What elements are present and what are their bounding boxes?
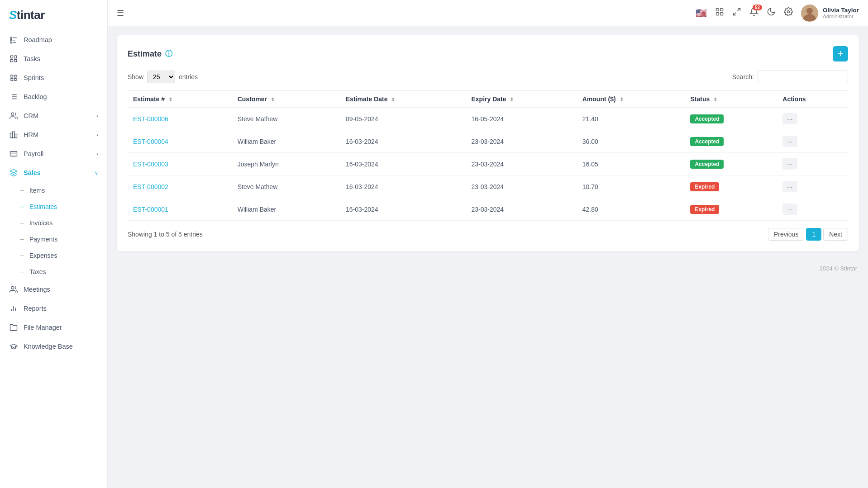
page-title: Estimate (128, 49, 162, 59)
row-actions-button[interactable]: ··· (782, 181, 797, 192)
estimate-link[interactable]: EST-000001 (133, 206, 168, 213)
estimate-link[interactable]: EST-000006 (133, 115, 168, 123)
avatar-image (801, 5, 818, 22)
sort-estimate-number-icon: ⬍ (168, 97, 172, 102)
previous-button[interactable]: Previous (768, 228, 804, 241)
row-actions-button[interactable]: ··· (782, 158, 797, 170)
logo-text: Stintar (9, 8, 45, 22)
svg-point-23 (787, 11, 789, 13)
backlog-icon (9, 92, 18, 101)
sales-chevron-icon: ∨ (95, 170, 98, 176)
cell-status: Accepted (685, 153, 777, 175)
reports-icon (9, 304, 18, 313)
apps-grid-icon[interactable] (715, 7, 724, 19)
sidebar-subitem-invoices[interactable]: – Invoices (0, 215, 107, 231)
sidebar-item-reports-label: Reports (24, 305, 47, 312)
info-icon[interactable]: ⓘ (165, 49, 172, 59)
showing-text: Showing 1 to 5 of 5 entries (128, 231, 203, 238)
next-button[interactable]: Next (823, 228, 848, 241)
sidebar-item-backlog[interactable]: Backlog (0, 87, 107, 106)
svg-rect-19 (716, 13, 719, 15)
col-estimate-date-label: Estimate Date (346, 95, 388, 103)
col-expiry-date[interactable]: Expiry Date ⬍ (466, 91, 577, 108)
sidebar-item-sprints-label: Sprints (24, 74, 44, 81)
sidebar-item-sales[interactable]: Sales ∨ (0, 163, 107, 182)
cell-status: Expired (685, 175, 777, 198)
sidebar-subitem-expenses[interactable]: – Expenses (0, 247, 107, 264)
search-box: Search: (732, 71, 848, 83)
fullscreen-icon[interactable] (732, 7, 741, 19)
settings-icon[interactable] (784, 7, 793, 19)
cell-estimate-date: 16-03-2024 (340, 153, 466, 175)
cell-status: Accepted (685, 130, 777, 153)
sidebar-item-payroll-label: Payroll (24, 150, 43, 157)
search-input[interactable] (758, 71, 848, 83)
svg-rect-8 (10, 60, 13, 62)
language-flag-icon[interactable]: 🇺🇸 (696, 8, 707, 19)
sidebar-item-reports[interactable]: Reports (0, 299, 107, 318)
main-area: ☰ 🇺🇸 52 (108, 0, 868, 488)
estimate-link[interactable]: EST-000003 (133, 161, 168, 168)
items-dash-icon: – (20, 186, 24, 194)
cell-estimate-date: 16-03-2024 (340, 175, 466, 198)
search-label: Search: (732, 73, 754, 81)
estimate-link[interactable]: EST-000002 (133, 183, 168, 190)
sidebar-item-crm[interactable]: CRM › (0, 106, 107, 125)
col-amount[interactable]: Amount ($) ⬍ (577, 91, 685, 108)
svg-rect-7 (14, 56, 17, 58)
col-estimate-number[interactable]: Estimate # ⬍ (128, 91, 232, 108)
col-customer[interactable]: Customer ⬍ (232, 91, 340, 108)
menu-toggle-icon[interactable]: ☰ (117, 8, 124, 18)
sidebar-subitem-estimates-label: Estimates (29, 203, 57, 210)
card-header: Estimate ⓘ + (128, 46, 848, 62)
hrm-chevron-icon: › (96, 132, 98, 137)
cell-expiry-date: 23-03-2024 (466, 198, 577, 221)
svg-rect-9 (14, 60, 17, 62)
page-1-button[interactable]: 1 (806, 228, 821, 241)
svg-line-22 (733, 13, 736, 15)
user-role: Administrator (823, 14, 859, 19)
cell-customer: Steve Mathew (232, 175, 340, 198)
sidebar-item-tasks[interactable]: Tasks (0, 49, 107, 68)
sidebar-item-meetings[interactable]: Meetings (0, 280, 107, 299)
estimates-dash-icon: – (20, 203, 24, 211)
sidebar-subitem-items[interactable]: – Items (0, 182, 107, 199)
sidebar-item-crm-label: CRM (24, 112, 38, 119)
sidebar-item-hrm[interactable]: HRM › (0, 125, 107, 144)
file-manager-icon (9, 323, 18, 332)
sidebar-item-sprints[interactable]: Sprints (0, 68, 107, 87)
footer: 2024 © Stintar (117, 265, 859, 272)
cell-expiry-date: 16-05-2024 (466, 108, 577, 130)
sidebar-subitem-taxes[interactable]: – Taxes (0, 264, 107, 280)
estimates-table: Estimate # ⬍ Customer ⬍ Estimate Date ⬍ (128, 90, 848, 221)
user-avatar[interactable]: Olivia Taylor Administrator (801, 5, 859, 22)
logo[interactable]: Stintar (0, 0, 107, 30)
sidebar-subitem-estimates[interactable]: – Estimates (0, 199, 107, 215)
svg-rect-2 (10, 42, 12, 43)
sidebar-subitem-payments[interactable]: – Payments (0, 231, 107, 247)
cell-estimate-id: EST-000006 (128, 108, 232, 130)
row-actions-button[interactable]: ··· (782, 136, 797, 147)
col-status-label: Status (690, 95, 710, 103)
col-estimate-date[interactable]: Estimate Date ⬍ (340, 91, 466, 108)
svg-rect-12 (13, 132, 15, 138)
sidebar-item-tasks-label: Tasks (24, 55, 40, 62)
sidebar-item-payroll[interactable]: Payroll › (0, 144, 107, 163)
sort-expiry-date-icon: ⬍ (510, 97, 514, 102)
svg-line-21 (738, 9, 740, 11)
row-actions-button[interactable]: ··· (782, 113, 797, 124)
dark-mode-icon[interactable] (767, 7, 776, 19)
crm-chevron-icon: › (96, 113, 98, 118)
sidebar-subitem-invoices-label: Invoices (29, 219, 52, 227)
sidebar-item-roadmap[interactable]: Roadmap (0, 30, 107, 49)
sidebar-item-knowledge-base[interactable]: Knowledge Base (0, 337, 107, 356)
entries-select[interactable]: 25 10 50 100 (147, 71, 175, 83)
row-actions-button[interactable]: ··· (782, 204, 797, 215)
svg-rect-0 (10, 37, 12, 38)
add-estimate-button[interactable]: + (833, 46, 848, 62)
col-status[interactable]: Status ⬍ (685, 91, 777, 108)
notifications-icon[interactable]: 52 (749, 7, 758, 19)
sidebar-item-file-manager[interactable]: File Manager (0, 318, 107, 337)
payroll-chevron-icon: › (96, 151, 98, 156)
estimate-link[interactable]: EST-000004 (133, 138, 168, 145)
